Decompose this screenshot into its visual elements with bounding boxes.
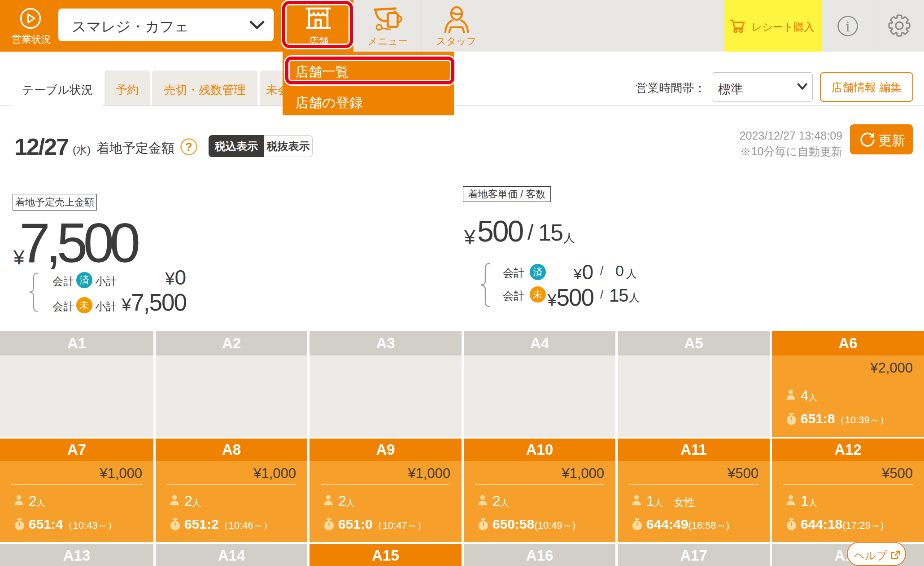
svg-text:i: i — [846, 18, 850, 35]
svg-text:?: ? — [185, 140, 192, 153]
